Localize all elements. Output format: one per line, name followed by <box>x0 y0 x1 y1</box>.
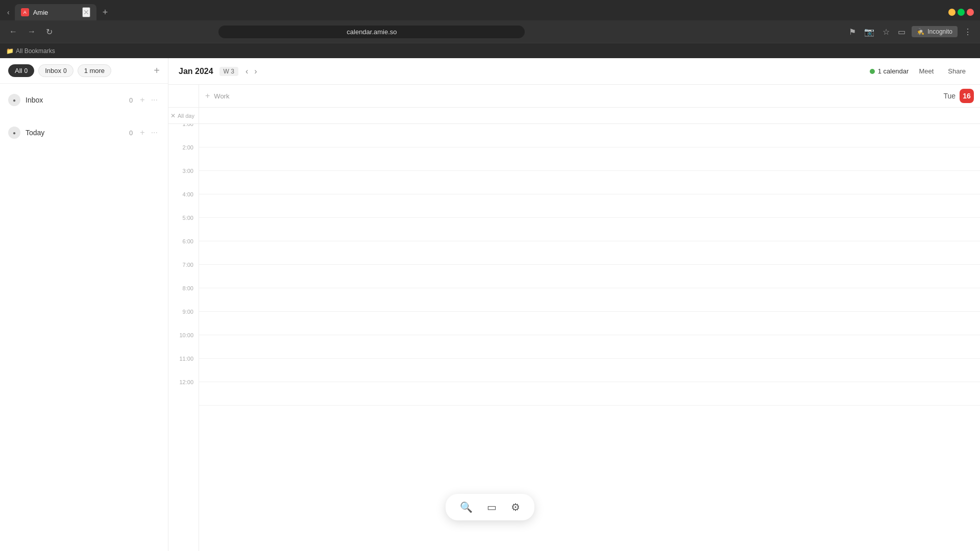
new-tab-button[interactable]: + <box>99 5 112 20</box>
hour-row-4[interactable] <box>199 194 980 218</box>
day-number: 16 <box>960 89 974 103</box>
search-icon: 🔍 <box>460 502 473 513</box>
hour-row-9[interactable] <box>199 312 980 335</box>
toolbar-right: ⚑ 📷 ☆ ▭ 🕵 Incognito ⋮ <box>847 25 974 39</box>
bottom-toolbar: 🔍 ▭ ⚙ <box>446 494 534 520</box>
prev-week-button[interactable]: ‹ <box>242 65 251 78</box>
location-icon: ⚑ <box>847 25 858 39</box>
filter-more-label: 1 more <box>84 67 105 74</box>
sidebar-filter-bar: All 0 Inbox 0 1 more + <box>0 58 168 84</box>
inbox-actions: + ··· <box>138 94 160 106</box>
browser-toolbar: ← → ↻ ⚑ 📷 ☆ ▭ 🕵 Incognito ⋮ <box>0 20 980 43</box>
incognito-button[interactable]: 🕵 Incognito <box>912 26 958 37</box>
today-more-button[interactable]: ··· <box>149 127 160 138</box>
maximize-button[interactable] <box>958 9 965 16</box>
forward-button[interactable]: → <box>24 25 39 38</box>
back-button[interactable]: ← <box>6 25 20 38</box>
time-grid: 1:00 2:00 3:00 4:00 5:00 6:00 7:00 8:00 … <box>168 124 980 551</box>
calendar-main: Jan 2024 W 3 ‹ › 1 calendar Meet Share +… <box>168 58 980 551</box>
tab-back-btn[interactable]: ‹ <box>4 6 13 18</box>
tab-close-button[interactable]: ✕ <box>82 7 90 17</box>
hour-row-8[interactable] <box>199 288 980 312</box>
hour-row-12[interactable] <box>199 382 980 406</box>
time-slot-12: 12:00 <box>168 382 199 406</box>
settings-icon: ⚙ <box>511 502 520 513</box>
filter-inbox-count: 0 <box>63 67 67 74</box>
star-icon: ☆ <box>880 25 892 39</box>
hour-row-5[interactable] <box>199 218 980 241</box>
hour-row-10[interactable] <box>199 335 980 359</box>
green-dot-icon <box>870 69 875 74</box>
filter-all-label: All <box>15 67 22 74</box>
address-bar[interactable] <box>218 26 525 38</box>
next-week-button[interactable]: › <box>251 65 260 78</box>
calendar-header-right: 1 calendar Meet Share <box>870 65 970 77</box>
hour-row-3[interactable] <box>199 171 980 194</box>
filter-more-button[interactable]: 1 more <box>78 64 111 77</box>
inbox-icon: ● <box>8 94 20 106</box>
incognito-label: Incognito <box>927 28 952 35</box>
hour-row-11[interactable] <box>199 359 980 382</box>
inbox-list-item: ● Inbox 0 + ··· <box>8 90 160 110</box>
camera-off-icon: 📷 <box>862 25 876 39</box>
today-section: ● Today 0 + ··· <box>0 116 168 149</box>
add-event-button[interactable]: + <box>205 91 210 101</box>
app-container: All 0 Inbox 0 1 more + ● Inbox 0 + ··· <box>0 58 980 551</box>
browser-tab[interactable]: A Amie ✕ <box>15 4 96 20</box>
allday-gutter: ✕ All day <box>168 108 199 123</box>
minimize-button[interactable] <box>948 9 955 16</box>
today-add-button[interactable]: + <box>138 127 146 138</box>
inbox-count: 0 <box>129 96 133 104</box>
hour-row-6[interactable] <box>199 241 980 265</box>
share-button[interactable]: Share <box>944 65 970 77</box>
week-badge: W 3 <box>219 67 238 76</box>
layout-button[interactable]: ▭ <box>485 499 499 515</box>
close-button[interactable] <box>967 9 974 16</box>
month-label: Jan 2024 <box>179 67 213 76</box>
allday-row: ✕ All day <box>168 108 980 124</box>
hour-row-1[interactable] <box>199 124 980 147</box>
time-gutter: 1:00 2:00 3:00 4:00 5:00 6:00 7:00 8:00 … <box>168 124 199 551</box>
allday-collapse-button[interactable]: ✕ <box>170 112 176 119</box>
layout-icon: ▭ <box>487 502 497 513</box>
hour-row-7[interactable] <box>199 265 980 288</box>
search-button[interactable]: 🔍 <box>458 499 475 515</box>
calendar-count-label: 1 calendar <box>878 67 909 75</box>
inbox-section: ● Inbox 0 + ··· <box>0 84 168 116</box>
filter-all-button[interactable]: All 0 <box>8 64 34 77</box>
day-column-header: + Work Tue 16 <box>199 85 980 107</box>
inbox-add-button[interactable]: + <box>138 94 146 106</box>
calendar-grid-header: + Work Tue 16 <box>168 85 980 108</box>
calendar-badge: 1 calendar <box>870 67 909 75</box>
tab-bar: ‹ A Amie ✕ + <box>0 0 980 20</box>
today-count: 0 <box>129 129 133 137</box>
today-label: Today <box>26 129 122 137</box>
reload-button[interactable]: ↻ <box>43 25 56 39</box>
day-header-right: Tue 16 <box>943 89 974 103</box>
hour-row-2[interactable] <box>199 147 980 171</box>
today-icon: ● <box>8 127 20 139</box>
filter-all-count: 0 <box>24 67 28 74</box>
allday-content[interactable] <box>199 108 980 123</box>
folder-icon: 📁 <box>6 47 14 55</box>
sidebar: All 0 Inbox 0 1 more + ● Inbox 0 + ··· <box>0 58 168 551</box>
sidebar-icon: ▭ <box>896 25 908 39</box>
filter-inbox-label: Inbox <box>45 67 61 74</box>
tab-title: Amie <box>33 9 48 16</box>
bookmarks-bar: 📁 All Bookmarks <box>0 43 980 58</box>
allday-label: All day <box>178 113 194 119</box>
browser-chrome: ‹ A Amie ✕ + ← → ↻ ⚑ 📷 ☆ ▭ 🕵 Incognito <box>0 0 980 58</box>
inbox-label: Inbox <box>26 96 122 104</box>
today-list-item: ● Today 0 + ··· <box>8 122 160 143</box>
sidebar-add-button[interactable]: + <box>154 65 160 77</box>
day-label: Tue <box>943 92 955 100</box>
settings-button[interactable]: ⚙ <box>509 499 522 515</box>
incognito-icon: 🕵 <box>917 28 924 35</box>
inbox-more-button[interactable]: ··· <box>149 94 160 106</box>
meet-button[interactable]: Meet <box>915 65 938 77</box>
filter-inbox-button[interactable]: Inbox 0 <box>38 64 74 77</box>
day-column[interactable] <box>199 124 980 551</box>
more-options-icon: ⋮ <box>962 25 974 39</box>
tab-favicon: A <box>21 8 29 16</box>
bookmarks-label: 📁 All Bookmarks <box>6 47 55 55</box>
